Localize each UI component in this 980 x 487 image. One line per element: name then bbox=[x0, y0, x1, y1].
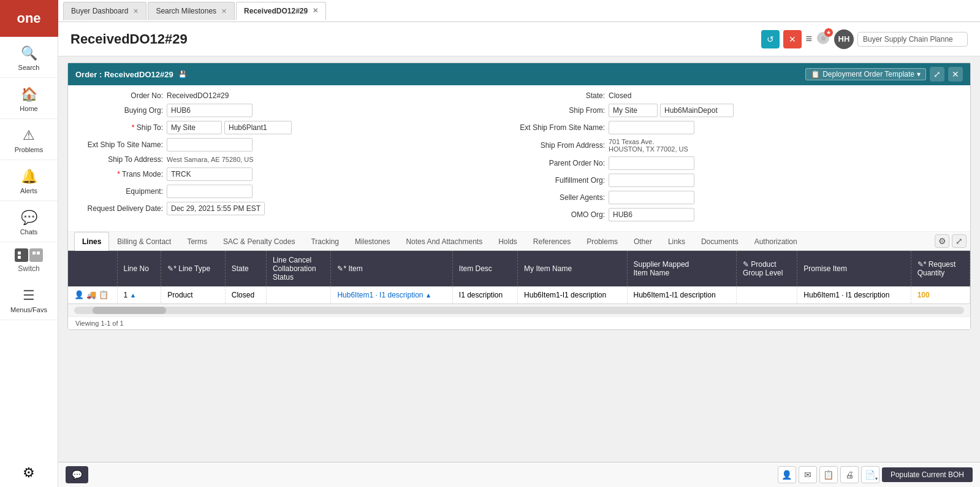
lines-table: Line No ✎* Line Type State Line CancelCo… bbox=[68, 251, 970, 304]
refresh-button[interactable]: ↺ bbox=[761, 30, 780, 48]
copy-action-button[interactable]: 📋 bbox=[819, 466, 838, 483]
col-product-group: ✎ ProductGroup Level bbox=[736, 251, 797, 286]
col-row-actions bbox=[68, 251, 117, 286]
avatar: HH bbox=[834, 29, 854, 49]
panel-close-button[interactable]: ✕ bbox=[948, 67, 963, 82]
sidebar-item-home[interactable]: 🏠 Home bbox=[0, 78, 58, 119]
user-role-select[interactable]: Buyer Supply Chain Planner bbox=[857, 32, 968, 47]
row-flag: ▴ bbox=[131, 291, 135, 299]
ext-ship-from-input[interactable] bbox=[609, 121, 694, 134]
line-cancel-cell bbox=[266, 286, 331, 304]
sidebar: one 🔍 Search 🏠 Home ⚠ Problems 🔔 Alerts … bbox=[0, 0, 58, 487]
tab-milestones[interactable]: Milestones bbox=[347, 232, 398, 251]
ship-to-site-input[interactable] bbox=[167, 121, 222, 134]
tab-close-search-milestones[interactable]: ✕ bbox=[221, 7, 227, 15]
notification-badge[interactable]: ☆ ★ bbox=[816, 31, 830, 47]
sidebar-item-search[interactable]: 🔍 Search bbox=[0, 37, 58, 78]
tab-terms[interactable]: Terms bbox=[179, 232, 215, 251]
row-icons-cell: 👤 🚚 📋 bbox=[68, 286, 117, 304]
tab-expand-icon[interactable]: ⤢ bbox=[952, 234, 967, 248]
chat-button[interactable]: 💬 bbox=[66, 466, 88, 483]
chat-icon: 💬 bbox=[21, 210, 37, 226]
tab-problems-inner[interactable]: Problems bbox=[579, 232, 626, 251]
tab-tracking[interactable]: Tracking bbox=[303, 232, 347, 251]
tab-sac[interactable]: SAC & Penalty Codes bbox=[215, 232, 303, 251]
doc-icon: 📋 bbox=[99, 290, 108, 299]
buying-org-input[interactable] bbox=[167, 104, 253, 117]
panel-expand-button[interactable]: ⤢ bbox=[930, 67, 944, 82]
seller-agents-input[interactable] bbox=[609, 191, 694, 204]
tab-references[interactable]: References bbox=[525, 232, 579, 251]
inner-tabs: Lines Billing & Contact Terms SAC & Pena… bbox=[68, 232, 931, 250]
panel-title: Order : ReceivedDO12#29 bbox=[75, 70, 173, 79]
parent-order-label: Parent Order No: bbox=[519, 159, 605, 167]
fulfillment-org-input[interactable] bbox=[609, 174, 694, 187]
ship-from-depot-input[interactable] bbox=[660, 104, 734, 117]
message-action-button[interactable]: ✉ bbox=[799, 466, 817, 483]
svg-rect-1 bbox=[18, 256, 21, 259]
tab-notes[interactable]: Notes And Attachments bbox=[398, 232, 490, 251]
tab-billing[interactable]: Billing & Contact bbox=[109, 232, 179, 251]
user-action-button[interactable]: 👤 bbox=[778, 466, 796, 483]
equipment-row: Equipment: bbox=[77, 185, 519, 198]
ship-from-address-row: Ship From Address: 701 Texas Ave.HOUSTON… bbox=[519, 138, 961, 153]
ship-from-site-input[interactable] bbox=[609, 104, 658, 117]
more-action-button[interactable]: 📄 ▾ bbox=[861, 466, 879, 483]
omo-org-input[interactable] bbox=[609, 208, 694, 221]
sidebar-item-switch[interactable]: Switch bbox=[0, 242, 58, 279]
ship-to-inputs bbox=[167, 121, 292, 134]
tab-received-do[interactable]: ReceivedDO12#29 ✕ bbox=[236, 2, 326, 20]
ship-to-plant-input[interactable] bbox=[224, 121, 292, 134]
horizontal-scrollbar[interactable] bbox=[68, 304, 970, 316]
menu-button[interactable]: ≡ bbox=[805, 33, 812, 45]
equipment-input[interactable] bbox=[167, 185, 253, 198]
edit-icon: ✎ bbox=[337, 264, 343, 273]
request-delivery-label: Request Delivery Date: bbox=[77, 204, 163, 213]
scroll-thumb[interactable] bbox=[93, 307, 166, 314]
ext-ship-to-input[interactable] bbox=[167, 138, 253, 151]
sidebar-item-label: Alerts bbox=[20, 187, 37, 194]
trans-mode-label: Trans Mode: bbox=[77, 170, 163, 178]
tab-other[interactable]: Other bbox=[626, 232, 660, 251]
col-line-cancel: Line CancelCollaborationStatus bbox=[266, 251, 331, 286]
tab-holds[interactable]: Holds bbox=[490, 232, 525, 251]
template-button[interactable]: 📋 Deployment Order Template ▾ bbox=[805, 68, 926, 80]
tab-close-buyer-dashboard[interactable]: ✕ bbox=[133, 7, 139, 15]
parent-order-input[interactable] bbox=[609, 156, 694, 170]
viewing-status: Viewing 1-1 of 1 bbox=[75, 320, 124, 327]
tab-search-milestones[interactable]: Search Milestones ✕ bbox=[148, 2, 235, 20]
item-link[interactable]: Hub6Item1 · I1 description bbox=[337, 291, 423, 299]
supplier-mapped-cell: Hub6Item1-I1 description bbox=[627, 286, 736, 304]
template-icon: 📋 bbox=[811, 70, 820, 79]
trans-mode-row: Trans Mode: bbox=[77, 167, 519, 181]
tab-lines[interactable]: Lines bbox=[74, 232, 109, 251]
sidebar-item-menus[interactable]: ☰ Menus/Favs bbox=[0, 279, 58, 320]
tab-settings-icon[interactable]: ⚙ bbox=[935, 234, 949, 248]
request-delivery-input[interactable] bbox=[167, 202, 265, 215]
parent-order-row: Parent Order No: bbox=[519, 156, 961, 170]
tab-documents[interactable]: Documents bbox=[693, 232, 746, 251]
bell-icon: 🔔 bbox=[21, 169, 37, 185]
item-desc-cell: I1 description bbox=[452, 286, 517, 304]
sidebar-item-alerts[interactable]: 🔔 Alerts bbox=[0, 160, 58, 201]
tab-close-received-do[interactable]: ✕ bbox=[313, 7, 318, 15]
order-panel: Order : ReceivedDO12#29 💾 📋 Deployment O… bbox=[67, 63, 971, 330]
close-button[interactable]: ✕ bbox=[783, 30, 802, 48]
sidebar-item-chats[interactable]: 💬 Chats bbox=[0, 201, 58, 242]
form-left: Order No: ReceivedDO12#29 Buying Org: Sh… bbox=[77, 91, 519, 225]
tab-buyer-dashboard[interactable]: Buyer Dashboard ✕ bbox=[63, 2, 146, 20]
trans-mode-input[interactable] bbox=[167, 167, 253, 181]
ship-to-row: Ship To: bbox=[77, 121, 519, 134]
tab-links[interactable]: Links bbox=[660, 232, 693, 251]
populate-current-boh-button[interactable]: Populate Current BOH bbox=[882, 467, 973, 482]
request-delivery-row: Request Delivery Date: bbox=[77, 202, 519, 215]
item-flag: ▴ bbox=[427, 291, 430, 299]
state-value: Closed bbox=[609, 91, 631, 100]
tab-authorization[interactable]: Authorization bbox=[746, 232, 805, 251]
sidebar-item-problems[interactable]: ⚠ Problems bbox=[0, 119, 58, 160]
sidebar-settings[interactable]: ⚙ bbox=[17, 459, 41, 487]
panel-header-right: 📋 Deployment Order Template ▾ ⤢ ✕ bbox=[805, 67, 963, 82]
print-action-button[interactable]: 🖨 bbox=[840, 466, 859, 483]
fulfillment-org-label: Fulfillment Org: bbox=[519, 176, 605, 185]
col-my-item-name: My Item Name bbox=[518, 251, 627, 286]
